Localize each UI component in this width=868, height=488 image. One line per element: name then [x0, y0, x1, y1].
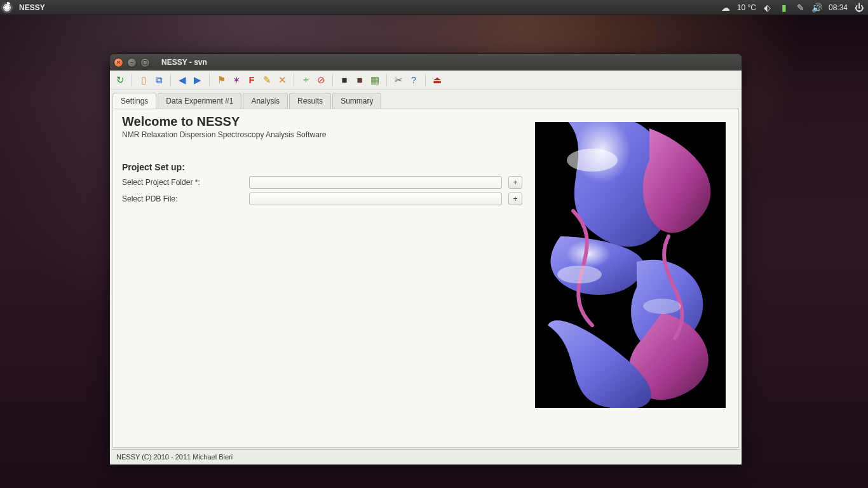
tab-content: Welcome to NESSY NMR Relaxation Dispersi…	[112, 109, 739, 448]
help-icon[interactable]: ?	[407, 74, 420, 86]
window-title: NESSY - svn	[161, 58, 207, 67]
svg-point-1	[567, 149, 618, 172]
molecule-icon[interactable]: ✶	[230, 74, 243, 86]
window-minimize-button[interactable]: –	[127, 58, 137, 67]
svg-point-3	[643, 299, 681, 314]
flag-icon[interactable]: ⚑	[215, 74, 227, 86]
main-toolbar: ↻▯⧉◀▶⚑✶F✎✕＋⊘■■▦✂?⏏	[110, 71, 742, 90]
status-text: NESSY (C) 2010 - 2011 Michael Bieri	[116, 453, 233, 461]
copy-icon[interactable]: ⧉	[153, 74, 165, 86]
tab-summary[interactable]: Summary	[332, 93, 381, 109]
clock[interactable]: 08:34	[829, 3, 848, 12]
toolbar-separator	[332, 74, 333, 86]
desktop: NESSY ☁ 10 °C ⬖ ▮ ✎ 🔊 08:34 ⏻ × – ▢ NESS…	[0, 0, 868, 488]
refresh-icon[interactable]: ↻	[114, 74, 126, 86]
square-icon[interactable]: ■	[338, 74, 351, 86]
pencil-icon[interactable]: ✎	[261, 74, 273, 86]
app-window: × – ▢ NESSY - svn ↻▯⧉◀▶⚑✶F✎✕＋⊘■■▦✂?⏏ Set…	[109, 53, 742, 465]
battery-icon[interactable]: ▮	[779, 3, 789, 13]
tab-label: Summary	[341, 97, 373, 105]
tab-analysis[interactable]: Analysis	[243, 93, 288, 109]
svg-point-2	[557, 266, 602, 283]
toolbar-separator	[132, 74, 132, 86]
stop-icon[interactable]: ⊘	[315, 74, 327, 86]
chart-icon[interactable]: ▦	[369, 74, 381, 86]
ubuntu-logo-icon[interactable]	[1, 2, 13, 13]
project-folder-browse-button[interactable]: +	[508, 176, 522, 189]
toolbar-separator	[170, 74, 171, 86]
tab-data-experiment[interactable]: Data Experiment #1	[158, 93, 241, 109]
tools-icon[interactable]: ✂	[392, 74, 405, 86]
nav-forward-icon[interactable]: ▶	[191, 74, 204, 86]
weather-icon[interactable]: ☁	[721, 3, 731, 13]
system-panel: NESSY ☁ 10 °C ⬖ ▮ ✎ 🔊 08:34 ⏻	[0, 0, 868, 15]
volume-icon[interactable]: 🔊	[812, 3, 822, 13]
toolbar-separator	[209, 74, 210, 86]
tab-label: Analysis	[251, 97, 280, 105]
exit-icon[interactable]: ⏏	[431, 74, 444, 86]
window-maximize-button[interactable]: ▢	[140, 58, 150, 67]
weather-text: 10 °C	[737, 3, 756, 12]
tab-label: Settings	[121, 97, 148, 105]
toolbar-separator	[386, 74, 387, 86]
tab-results[interactable]: Results	[289, 93, 331, 109]
square2-icon[interactable]: ■	[353, 74, 366, 86]
tab-label: Results	[297, 97, 323, 105]
power-icon[interactable]: ⏻	[854, 3, 864, 13]
cross-icon[interactable]: ✕	[276, 74, 288, 86]
project-folder-input[interactable]	[249, 176, 502, 189]
add-icon[interactable]: ＋	[299, 74, 312, 86]
toolbar-separator	[294, 74, 294, 86]
toolbar-separator	[425, 74, 426, 86]
pdb-file-browse-button[interactable]: +	[508, 193, 522, 205]
protein-image	[535, 122, 726, 408]
tab-settings[interactable]: Settings	[112, 93, 156, 109]
pdb-file-label: Select PDB File:	[122, 194, 243, 203]
project-folder-label: Select Project Folder *:	[122, 178, 243, 187]
brush-icon[interactable]: ✎	[796, 3, 806, 13]
panel-app-name: NESSY	[19, 3, 45, 12]
letter-f-icon[interactable]: F	[245, 74, 258, 86]
nav-back-icon[interactable]: ◀	[176, 74, 189, 86]
window-close-button[interactable]: ×	[114, 58, 123, 67]
titlebar[interactable]: × – ▢ NESSY - svn	[110, 54, 742, 71]
pdb-file-input[interactable]	[249, 193, 502, 205]
status-bar: NESSY (C) 2010 - 2011 Michael Bieri	[111, 449, 740, 463]
tab-bar: Settings Data Experiment #1 Analysis Res…	[110, 90, 742, 109]
document-icon[interactable]: ▯	[137, 74, 150, 86]
tab-label: Data Experiment #1	[166, 97, 233, 105]
dropbox-icon[interactable]: ⬖	[763, 3, 773, 13]
